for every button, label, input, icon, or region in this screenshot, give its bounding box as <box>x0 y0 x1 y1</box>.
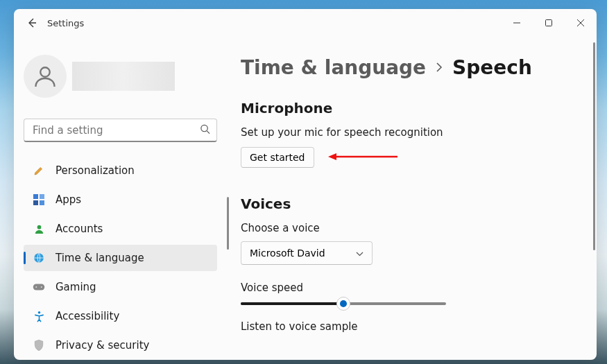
globe-clock-icon <box>32 251 46 265</box>
voice-select-value: Microsoft David <box>250 248 325 259</box>
voice-speed-label: Voice speed <box>241 281 569 294</box>
svg-rect-0 <box>546 20 552 26</box>
slider-fill <box>241 302 343 305</box>
profile-name-placeholder <box>72 62 175 91</box>
minimize-button[interactable] <box>501 9 533 37</box>
sidebar-item-personalization[interactable]: Personalization <box>24 157 217 184</box>
maximize-button[interactable] <box>533 9 565 37</box>
svg-rect-5 <box>33 200 38 205</box>
chevron-right-icon <box>436 60 443 75</box>
voice-speed-slider[interactable] <box>241 302 446 305</box>
sidebar-item-label: Time & language <box>55 252 144 264</box>
window-body: Personalization Apps Accounts Time & lan… <box>14 37 597 360</box>
svg-rect-9 <box>33 284 45 291</box>
svg-rect-6 <box>40 200 44 205</box>
listen-sample-label: Listen to voice sample <box>241 320 569 333</box>
accessibility-icon <box>32 309 46 323</box>
sidebar-item-label: Gaming <box>55 281 96 293</box>
close-button[interactable] <box>565 9 597 37</box>
get-started-button[interactable]: Get started <box>241 147 314 168</box>
paintbrush-icon <box>32 164 46 177</box>
sidebar-item-privacy[interactable]: Privacy & security <box>24 332 217 358</box>
voices-heading: Voices <box>241 196 569 212</box>
svg-point-11 <box>41 286 42 288</box>
annotation-arrow-icon <box>328 151 397 164</box>
content-scrollbar[interactable] <box>593 42 595 250</box>
breadcrumb-current: Speech <box>452 56 532 79</box>
sidebar-item-label: Apps <box>55 193 81 206</box>
svg-point-12 <box>37 311 40 314</box>
svg-point-10 <box>35 286 37 288</box>
window-title: Settings <box>47 18 84 28</box>
titlebar: Settings <box>14 9 597 37</box>
gaming-icon <box>32 280 46 294</box>
sidebar-item-label: Personalization <box>55 164 135 177</box>
sidebar-item-time-language[interactable]: Time & language <box>24 245 217 271</box>
back-arrow-icon <box>26 17 37 28</box>
sidebar-item-label: Privacy & security <box>55 339 149 352</box>
window-controls <box>501 9 597 37</box>
svg-point-1 <box>40 67 50 77</box>
sidebar-item-label: Accessibility <box>55 310 119 322</box>
microphone-heading: Microphone <box>241 100 569 116</box>
svg-rect-4 <box>40 194 44 199</box>
minimize-icon <box>513 19 520 26</box>
search-input[interactable] <box>24 119 217 142</box>
apps-icon <box>32 193 46 207</box>
choose-voice-label: Choose a voice <box>241 222 569 234</box>
slider-thumb[interactable] <box>336 297 350 311</box>
settings-window: Settings <box>14 9 597 360</box>
avatar <box>24 55 67 98</box>
svg-point-7 <box>37 225 41 229</box>
breadcrumb-parent[interactable]: Time & language <box>241 56 426 79</box>
sidebar-item-label: Accounts <box>55 223 103 235</box>
sidebar: Personalization Apps Accounts Time & lan… <box>14 37 227 360</box>
accounts-icon <box>32 222 46 236</box>
search-box <box>24 119 217 142</box>
shield-icon <box>32 338 46 352</box>
back-button[interactable] <box>22 13 42 33</box>
close-icon <box>577 19 584 26</box>
microphone-description: Set up your mic for speech recognition <box>241 126 569 139</box>
voice-select[interactable]: Microsoft David <box>241 241 373 265</box>
chevron-down-icon <box>356 248 364 259</box>
person-icon <box>33 64 58 89</box>
content-area: Time & language Speech Microphone Set up… <box>227 37 597 360</box>
sidebar-item-accessibility[interactable]: Accessibility <box>24 303 217 329</box>
sidebar-item-accounts[interactable]: Accounts <box>24 216 217 242</box>
sidebar-item-apps[interactable]: Apps <box>24 187 217 213</box>
breadcrumb: Time & language Speech <box>241 56 569 79</box>
profile-block[interactable] <box>24 55 217 98</box>
svg-rect-3 <box>33 194 38 199</box>
maximize-icon <box>545 19 552 26</box>
sidebar-item-gaming[interactable]: Gaming <box>24 274 217 300</box>
